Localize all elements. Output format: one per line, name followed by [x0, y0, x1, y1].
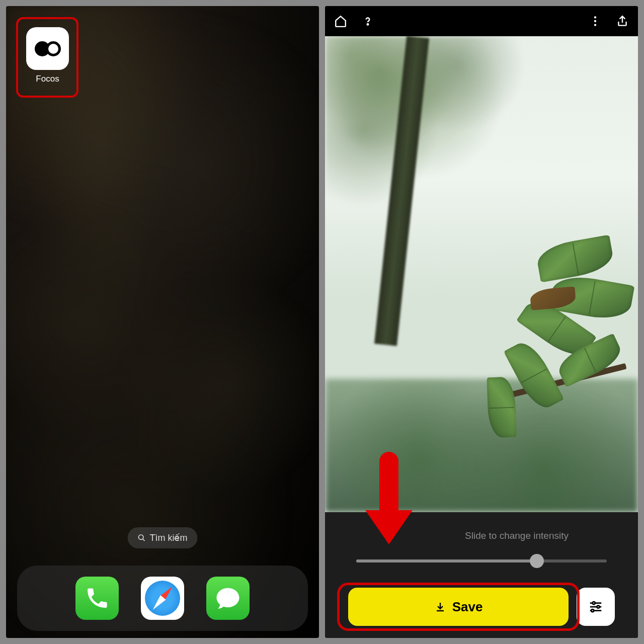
save-button-label: Save — [452, 599, 483, 615]
svg-point-2 — [367, 24, 368, 25]
svg-point-5 — [594, 24, 596, 26]
photo-content — [374, 36, 429, 346]
search-icon — [138, 534, 146, 542]
svg-point-9 — [597, 606, 600, 608]
svg-point-0 — [139, 535, 143, 539]
slider-thumb[interactable] — [530, 554, 544, 568]
focos-app-icon[interactable] — [26, 27, 69, 70]
share-icon[interactable] — [616, 15, 629, 28]
help-icon[interactable] — [361, 15, 374, 28]
svg-point-7 — [593, 602, 595, 604]
dock — [17, 566, 308, 631]
ios-home-screen: Focos Tìm kiếm — [6, 6, 319, 638]
focos-glyph-icon — [35, 41, 61, 56]
focos-app-label: Focos — [36, 74, 59, 84]
sliders-icon — [588, 599, 603, 614]
phone-icon — [85, 586, 110, 611]
photo-preview[interactable] — [325, 36, 638, 512]
svg-point-3 — [594, 16, 596, 18]
more-icon[interactable] — [589, 15, 602, 28]
intensity-slider[interactable] — [356, 559, 607, 562]
controls-panel: Slide to change intensity Save — [325, 512, 638, 638]
download-icon — [434, 601, 446, 613]
annotation-arrow — [366, 452, 412, 552]
focos-editor: Slide to change intensity Save — [325, 6, 638, 638]
adjust-button[interactable] — [577, 588, 615, 626]
phone-app[interactable] — [75, 577, 119, 620]
svg-point-4 — [594, 20, 596, 22]
messages-app[interactable] — [206, 577, 250, 620]
home-icon[interactable] — [334, 15, 347, 28]
save-button[interactable]: Save — [348, 588, 569, 626]
spotlight-search[interactable]: Tìm kiếm — [128, 527, 198, 548]
focos-app[interactable]: Focos — [26, 27, 69, 84]
safari-compass-icon — [145, 581, 180, 616]
svg-point-11 — [591, 609, 594, 612]
editor-toolbar — [325, 6, 638, 36]
svg-line-1 — [143, 539, 145, 541]
messages-icon — [214, 585, 242, 612]
search-label: Tìm kiếm — [150, 532, 188, 543]
safari-app[interactable] — [141, 577, 184, 620]
